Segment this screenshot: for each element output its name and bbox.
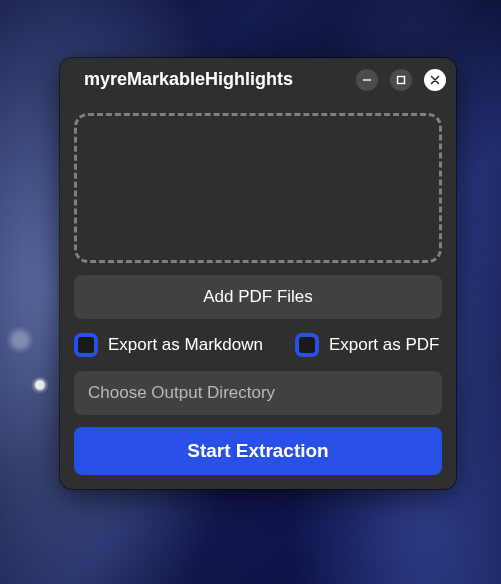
export-markdown-checkbox[interactable] (74, 333, 98, 357)
title-bar[interactable]: myreMarkableHighlights (60, 58, 456, 101)
maximize-icon (396, 75, 406, 85)
window-controls (356, 69, 446, 91)
add-pdf-button[interactable]: Add PDF Files (74, 275, 442, 319)
maximize-button[interactable] (390, 69, 412, 91)
close-icon (430, 75, 440, 85)
close-button[interactable] (424, 69, 446, 91)
export-pdf-checkbox[interactable] (295, 333, 319, 357)
window-content: Add PDF Files Export as Markdown Export … (60, 101, 456, 489)
window-title: myreMarkableHighlights (84, 69, 356, 90)
svg-rect-0 (363, 79, 371, 80)
app-window: myreMarkableHighlights Add PDF Files Exp… (60, 58, 456, 489)
start-extraction-button[interactable]: Start Extraction (74, 427, 442, 475)
minimize-icon (362, 75, 372, 85)
export-markdown-label: Export as Markdown (108, 335, 263, 355)
export-pdf-label: Export as PDF (329, 335, 440, 355)
pdf-drop-zone[interactable] (74, 113, 442, 263)
minimize-button[interactable] (356, 69, 378, 91)
export-options-row: Export as Markdown Export as PDF (74, 331, 442, 359)
output-directory-input[interactable] (74, 371, 442, 415)
svg-rect-1 (398, 76, 405, 83)
